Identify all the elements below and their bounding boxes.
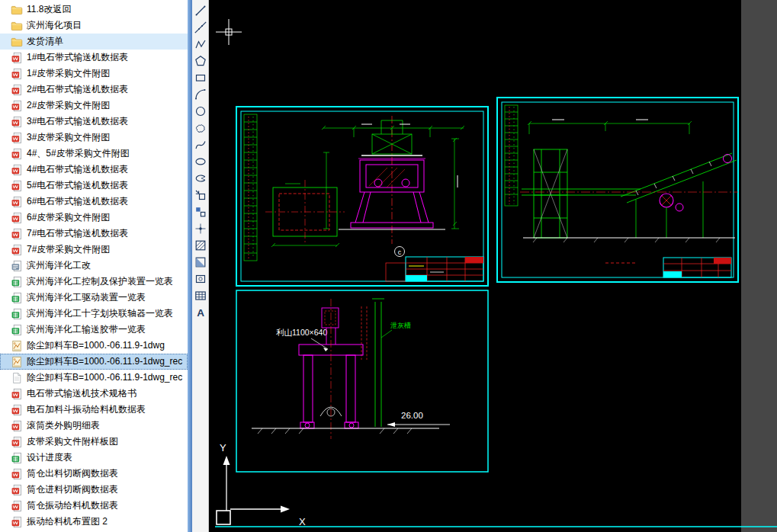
file-list-item[interactable]: 2#皮带采购文件附图 bbox=[0, 98, 188, 114]
file-list-item[interactable]: 5#电石带式输送机数据表 bbox=[0, 178, 188, 194]
file-list-item[interactable]: 除尘卸料车B=1000.-06.11.9-1dwg bbox=[0, 338, 188, 354]
file-list-item[interactable]: 筒仓振动给料机数据表 bbox=[0, 498, 188, 514]
line-tool-icon bbox=[194, 5, 207, 17]
doc-red-icon bbox=[11, 116, 23, 128]
doc-green-icon bbox=[11, 452, 23, 464]
file-list-item[interactable]: 滨州海洋化工改 bbox=[0, 258, 188, 274]
table-tool-button[interactable] bbox=[193, 287, 208, 304]
ellipse-tool-icon bbox=[194, 155, 207, 168]
doc-red-icon bbox=[11, 212, 23, 224]
file-list-item[interactable]: 滨州海洋化工十字划块联轴器一览表 bbox=[0, 306, 188, 322]
file-list-item[interactable]: 滨州海化项目 bbox=[0, 18, 188, 34]
doc-gray-icon bbox=[11, 260, 23, 272]
file-label: 滚筒类外购明细表 bbox=[27, 419, 100, 432]
ellipse-arc-tool-button[interactable] bbox=[193, 170, 208, 187]
file-list-item[interactable]: 筒仓出料切断阀数据表 bbox=[0, 466, 188, 482]
file-list-item[interactable]: 4#电石带式输送机数据表 bbox=[0, 162, 188, 178]
right-dock-strip bbox=[741, 0, 777, 532]
file-list-item[interactable]: 4#、5#皮带采购文件附图 bbox=[0, 146, 188, 162]
chute-label-text: 泄灰槽 bbox=[390, 322, 411, 329]
insert-block-tool-button[interactable] bbox=[193, 187, 208, 204]
file-list-item[interactable]: 7#电石带式输送机数据表 bbox=[0, 226, 188, 242]
cad-canvas[interactable]: c bbox=[209, 0, 777, 532]
file-label: 滨州海化项目 bbox=[27, 19, 82, 32]
file-list-item[interactable]: 滚筒类外购明细表 bbox=[0, 418, 188, 434]
file-list-item[interactable]: 3#皮带采购文件附图 bbox=[0, 130, 188, 146]
file-label: 5#电石带式输送机数据表 bbox=[27, 179, 128, 192]
file-label: 1#电石带式输送机数据表 bbox=[27, 51, 128, 64]
revision-cloud-tool-button[interactable] bbox=[193, 120, 208, 136]
file-list-item[interactable]: 设计进度表 bbox=[0, 450, 188, 466]
hatch-tool-button[interactable] bbox=[193, 237, 208, 254]
file-label: 2#皮带采购文件附图 bbox=[27, 99, 110, 112]
file-label: 除尘卸料车B=1000.-06.11.9-1dwg bbox=[27, 339, 165, 352]
parts-list-strip bbox=[244, 114, 257, 261]
folder-icon bbox=[11, 36, 23, 48]
file-list-item[interactable]: 3#电石带式输送机数据表 bbox=[0, 114, 188, 130]
file-label: 11.8改返回 bbox=[27, 3, 71, 16]
file-list-item[interactable]: 6#皮带采购文件附图 bbox=[0, 210, 188, 226]
file-list-item[interactable]: 振动给料机布置图 2 bbox=[0, 514, 188, 530]
doc-red-icon bbox=[11, 68, 23, 80]
ellipse-tool-button[interactable] bbox=[193, 153, 208, 170]
file-list-item[interactable]: 滨州海洋化工控制及保护装置一览表 bbox=[0, 274, 188, 290]
file-label: 设计进度表 bbox=[27, 451, 72, 464]
file-list-item[interactable]: 电石带式输送机技术规格书 bbox=[0, 386, 188, 402]
polygon-tool-button[interactable] bbox=[193, 53, 208, 69]
doc-red-icon bbox=[11, 388, 23, 400]
gradient-tool-icon bbox=[194, 256, 207, 268]
file-list-item[interactable]: 滨州海洋化工输送胶带一览表 bbox=[0, 322, 188, 338]
polyline-tool-icon bbox=[194, 38, 207, 50]
gradient-tool-button[interactable] bbox=[193, 254, 208, 271]
file-list-item[interactable]: 2#电石带式输送机数据表 bbox=[0, 82, 188, 98]
file-list-item[interactable]: 筒仓进料切断阀数据表 bbox=[0, 482, 188, 498]
circle-tool-button[interactable] bbox=[193, 103, 208, 120]
file-label: 滨州海洋化工输送胶带一览表 bbox=[27, 323, 146, 336]
ellipse-arc-tool-icon bbox=[194, 172, 207, 184]
file-label: 除尘卸料车B=1000.-06.11.9-1dwg_rec bbox=[27, 355, 182, 368]
file-list-panel: 11.8改返回滨州海化项目发货清单1#电石带式输送机数据表1#皮带采购文件附图2… bbox=[0, 0, 188, 532]
file-list-item[interactable]: 电石加料斗振动给料机数据表 bbox=[0, 402, 188, 418]
draw-toolbar: A bbox=[192, 0, 209, 532]
file-list-item[interactable]: 除尘卸料车B=1000.-06.11.9-1dwg_rec bbox=[0, 370, 188, 386]
doc-red-icon bbox=[11, 148, 23, 160]
file-list-item[interactable]: 1#皮带采购文件附图 bbox=[0, 66, 188, 82]
file-list-item[interactable]: 皮带采购文件附样板图 bbox=[0, 434, 188, 450]
region-tool-button[interactable] bbox=[193, 271, 208, 287]
file-label: 除尘卸料车B=1000.-06.11.9-1dwg_rec bbox=[27, 371, 182, 384]
file-list-item[interactable]: 11.8改返回 bbox=[0, 2, 188, 18]
make-block-tool-button[interactable] bbox=[193, 204, 208, 220]
file-list-item[interactable]: 除尘卸料车B=1000.-06.11.9-1dwg_rec bbox=[0, 354, 188, 370]
file-list-item[interactable]: 7#皮带采购文件附图 bbox=[0, 242, 188, 258]
tripper-front-view bbox=[322, 116, 464, 244]
file-label: 6#皮带采购文件附图 bbox=[27, 211, 110, 224]
spline-tool-icon bbox=[194, 139, 207, 151]
ucs-y-label: Y bbox=[220, 442, 226, 453]
construction-line-tool-button[interactable] bbox=[193, 19, 208, 36]
doc-green-icon bbox=[11, 308, 23, 320]
ucs-x-label: X bbox=[299, 516, 306, 527]
file-label: 筒仓出料切断阀数据表 bbox=[27, 467, 118, 480]
doc-red-icon bbox=[11, 84, 23, 96]
elevation-text: 26.00 bbox=[401, 411, 423, 420]
app-window: 11.8改返回滨州海化项目发货清单1#电石带式输送机数据表1#皮带采购文件附图2… bbox=[0, 0, 777, 532]
arc-tool-button[interactable] bbox=[193, 86, 208, 103]
file-list-item[interactable]: 滨州海洋化工驱动装置一览表 bbox=[0, 290, 188, 306]
region-tool-icon bbox=[194, 273, 207, 285]
doc-green-icon bbox=[11, 276, 23, 288]
sheet-side-view bbox=[497, 98, 738, 282]
file-list-item[interactable]: 发货清单 bbox=[0, 34, 188, 50]
rectangle-tool-button[interactable] bbox=[193, 69, 208, 86]
arc-tool-icon bbox=[194, 88, 207, 101]
file-label: 滨州海洋化工驱动装置一览表 bbox=[27, 291, 146, 304]
polyline-tool-button[interactable] bbox=[193, 36, 208, 53]
line-tool-button[interactable] bbox=[193, 2, 208, 19]
spline-tool-button[interactable] bbox=[193, 136, 208, 153]
file-list-item[interactable]: 6#电石带式输送机数据表 bbox=[0, 194, 188, 210]
doc-red-icon bbox=[11, 404, 23, 416]
polygon-tool-icon bbox=[194, 55, 207, 67]
multiline-text-tool-button[interactable]: A bbox=[193, 304, 208, 321]
doc-red-icon bbox=[11, 516, 23, 528]
point-tool-button[interactable] bbox=[193, 220, 208, 237]
file-list-item[interactable]: 1#电石带式输送机数据表 bbox=[0, 50, 188, 66]
